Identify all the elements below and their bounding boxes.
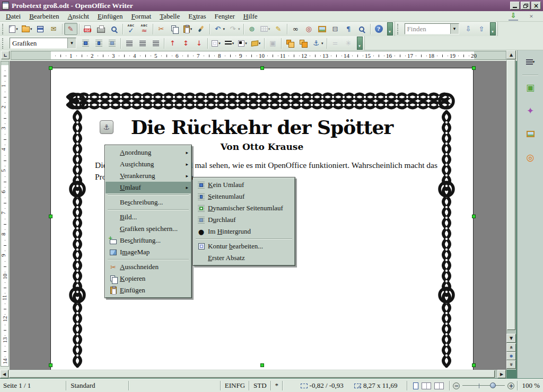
sidebar-tab-navigator[interactable]: ◎	[523, 150, 538, 165]
open-button[interactable]: ▾	[20, 23, 34, 35]
scroll-left-button[interactable]: ◀	[0, 370, 8, 378]
find-replace-button[interactable]: ∞	[289, 23, 302, 35]
status-modified-field[interactable]: *	[272, 381, 282, 390]
submenu-item-kein-umlauf[interactable]: Kein Umlauf	[194, 179, 294, 191]
dropdown-arrow-icon[interactable]: ▾	[259, 41, 261, 46]
hyperlink-button[interactable]: ⊚	[246, 23, 259, 35]
zoom-slider[interactable]: − +	[451, 382, 516, 389]
help-button[interactable]: ?	[372, 23, 386, 35]
navigation-button[interactable]: ●	[506, 352, 516, 360]
menu-item-kopieren[interactable]: Kopieren	[106, 273, 191, 284]
toolbar-grip[interactable]	[2, 38, 5, 49]
toolbar-grip[interactable]	[397, 24, 400, 34]
find-next-button[interactable]: ⇩	[462, 23, 475, 35]
gallery-button[interactable]	[316, 23, 329, 35]
frame-properties-button[interactable]: ▣	[266, 37, 279, 49]
vertical-scroll-thumb[interactable]	[507, 60, 515, 330]
tab-selector-button[interactable]: ∟	[1, 51, 10, 59]
email-button[interactable]: ✉	[47, 23, 60, 35]
selection-handle-middle-left[interactable]	[49, 215, 52, 218]
menu-hilfe[interactable]: Hilfe	[239, 12, 262, 21]
minimize-button[interactable]	[510, 2, 520, 10]
menu-einfgen[interactable]: Einfügen	[93, 12, 127, 21]
vertical-ruler[interactable]: 1234567891011121314	[0, 61, 10, 370]
send-to-back-button[interactable]	[296, 37, 310, 49]
data-sources-button[interactable]: ⊟	[329, 23, 342, 35]
selection-handle-top-left[interactable]	[49, 66, 52, 70]
nonprinting-characters-button[interactable]: ¶	[342, 23, 355, 35]
align-middle-button[interactable]: ↕	[179, 37, 192, 49]
redo-button[interactable]: ↷▾	[226, 23, 242, 35]
status-page-field[interactable]: Seite 1 / 1	[0, 381, 65, 390]
dropdown-arrow-icon[interactable]: ▾	[245, 41, 247, 46]
status-page-style-field[interactable]: Standard	[67, 381, 127, 390]
link-frames-button[interactable]: =	[329, 37, 342, 49]
close-button[interactable]: ×	[531, 2, 541, 10]
sidebar-tab-styles[interactable]: ✦	[523, 103, 538, 118]
status-object-position-field[interactable]: -0,82 / -0,93	[297, 381, 347, 390]
horizontal-scrollbar[interactable]: ◀ ▶	[0, 370, 506, 378]
dropdown-arrow-icon[interactable]: ▾	[218, 41, 221, 46]
draw-functions-button[interactable]: ✎	[272, 23, 285, 35]
menu-ansicht[interactable]: Ansicht	[63, 12, 93, 21]
dropdown-arrow-icon[interactable]: ▾	[232, 41, 234, 46]
submenu-item-erster-absatz[interactable]: Erster Absatz	[194, 252, 294, 264]
submenu-item-durchlauf[interactable]: Durchlauf	[194, 214, 294, 226]
next-page-button[interactable]: »	[506, 360, 516, 369]
status-insert-mode-field[interactable]: EINFG	[222, 381, 248, 390]
menu-extras[interactable]: Extras	[184, 12, 210, 21]
zoom-out-button[interactable]: −	[453, 382, 460, 389]
menu-item-einfuegen[interactable]: Einfügen	[106, 284, 191, 296]
wrap-through-button[interactable]	[106, 37, 119, 49]
single-page-view-icon[interactable]	[413, 382, 418, 389]
zoom-slider-track[interactable]	[462, 385, 505, 387]
zoom-button[interactable]	[355, 23, 369, 35]
wrap-on-button[interactable]	[92, 37, 106, 49]
chevron-down-icon[interactable]: ▼	[67, 38, 76, 48]
menu-item-bild[interactable]: Bild...	[106, 211, 191, 223]
edit-mode-button[interactable]: ✎	[64, 23, 77, 35]
document-title-text[interactable]: Die Rückkehr der Spötter	[51, 116, 473, 138]
chevron-down-icon[interactable]: ▼	[450, 24, 459, 34]
change-anchor-button[interactable]: ⚓▾	[310, 37, 325, 49]
align-top-button[interactable]: ↑	[166, 37, 179, 49]
auto-spellcheck-button[interactable]: ABC≈	[138, 23, 151, 35]
sidebar-settings-button[interactable]: ▾	[523, 55, 538, 69]
toolbar-grip[interactable]	[2, 24, 5, 34]
background-color-button[interactable]: ▾	[249, 37, 262, 49]
new-document-button[interactable]: ▾	[7, 23, 20, 35]
restore-button[interactable]	[521, 2, 530, 10]
frame-style-input[interactable]	[10, 39, 67, 48]
spellcheck-button[interactable]: ABC✓	[125, 23, 138, 35]
find-previous-button[interactable]: ⇧	[475, 23, 488, 35]
menu-tabelle[interactable]: Tabelle	[155, 12, 184, 21]
insert-table-button[interactable]: ▾	[259, 23, 272, 35]
align-center-button[interactable]	[136, 37, 149, 49]
toolbar-overflow-button[interactable]: ▾	[357, 37, 363, 50]
graphic-filter-button[interactable]: ✳	[342, 37, 355, 49]
scroll-up-button[interactable]: ▲	[506, 50, 516, 59]
menu-item-imagemap[interactable]: ImageMap	[106, 246, 191, 258]
status-selection-mode-field[interactable]: STD	[250, 381, 270, 390]
selection-handle-top-center[interactable]	[260, 66, 264, 70]
menu-item-ausschneiden[interactable]: ✂Ausschneiden	[106, 261, 191, 273]
find-input[interactable]	[405, 24, 450, 33]
undo-button[interactable]: ↶▾	[212, 23, 227, 35]
submenu-item-im-hintergrund[interactable]: ●Im Hintergrund	[194, 226, 294, 237]
zoom-slider-thumb[interactable]	[490, 382, 496, 388]
menu-datei[interactable]: Datei	[2, 12, 25, 21]
line-style-button[interactable]: ▾	[223, 37, 236, 49]
scroll-down-button[interactable]: ▼	[506, 334, 516, 343]
dropdown-arrow-icon[interactable]: ▾	[16, 27, 18, 31]
pdf-export-button[interactable]	[81, 23, 94, 35]
print-button[interactable]	[94, 23, 108, 35]
wrap-off-button[interactable]	[79, 37, 92, 49]
anchor-badge-icon[interactable]: ⚓	[100, 120, 113, 134]
save-button[interactable]	[34, 23, 47, 35]
toolbar-overflow-button[interactable]: ▾	[387, 22, 393, 35]
horizontal-ruler[interactable]: ∟ 1234567891011121314151617181920	[0, 50, 543, 61]
status-object-size-field[interactable]: 8,27 x 11,69	[351, 381, 401, 390]
paste-button[interactable]: ▾	[181, 23, 195, 35]
dropdown-arrow-icon[interactable]: ▾	[268, 27, 270, 31]
menu-fenster[interactable]: Fenster	[210, 12, 239, 21]
